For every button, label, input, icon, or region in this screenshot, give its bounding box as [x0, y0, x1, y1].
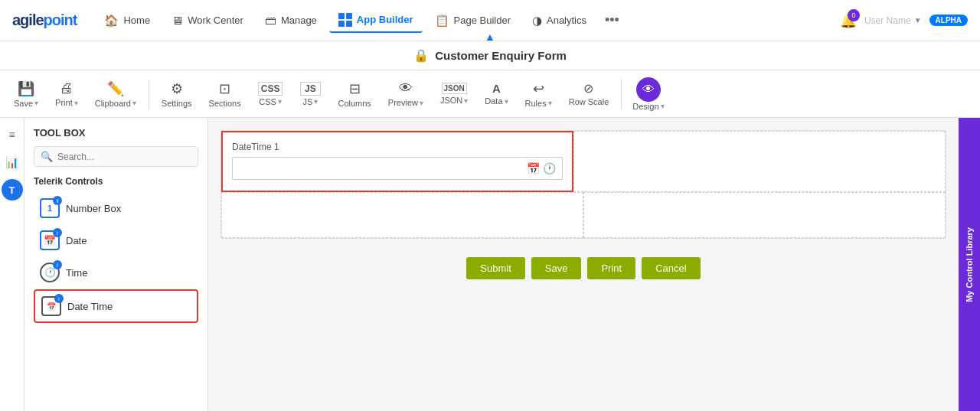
toolbar-divider-2	[621, 79, 622, 109]
nav-manage[interactable]: 🗃 Manage	[256, 9, 326, 31]
user-menu[interactable]: User Name ▼	[864, 15, 922, 26]
empty-cell-3	[583, 192, 946, 238]
clipboard-label: Clipboard ▾	[95, 99, 136, 108]
collapse-arrow[interactable]: ▲	[485, 31, 495, 43]
toolbar-data[interactable]: A Data ▾	[477, 79, 515, 109]
toolbar-divider-1	[149, 79, 149, 109]
nav-page-builder-label: Page Builder	[454, 15, 511, 26]
nav-app-builder[interactable]: App Builder	[329, 8, 423, 33]
form-actions: Submit Save Print Cancel	[220, 245, 946, 292]
canvas-area: DateTime 1 📅 🕐 Submit	[208, 118, 959, 411]
js-label: JS ▾	[303, 97, 318, 106]
empty-cell-2	[221, 192, 583, 238]
datetime-input-icons: 📅 🕐	[527, 162, 556, 175]
toolbar-settings[interactable]: ⚙ Settings	[154, 77, 200, 111]
right-sidebar[interactable]: My Control Library	[959, 118, 980, 411]
save-label: Save ▾	[14, 99, 38, 108]
left-icon-chart[interactable]: 📊	[2, 152, 23, 173]
notification-bell[interactable]: 🔔 0	[840, 12, 857, 29]
sections-label: Sections	[209, 99, 241, 108]
toolbar-preview[interactable]: 👁 Preview ▾	[381, 77, 431, 110]
clock-icon[interactable]: 🕐	[543, 162, 556, 175]
nav-app-builder-label: App Builder	[357, 14, 413, 25]
sections-icon: ⊡	[219, 80, 230, 97]
analytics-icon: ◑	[532, 14, 542, 28]
save-button[interactable]: Save	[531, 257, 582, 279]
data-label: Data ▾	[485, 96, 508, 106]
columns-label: Columns	[338, 99, 371, 108]
search-icon: 🔍	[41, 151, 53, 162]
form-title-bar: 🔒 Customer Enquiry Form	[413, 48, 567, 63]
nav-home-label: Home	[123, 15, 150, 26]
logo: agilepoint	[12, 11, 77, 29]
app-builder-icon	[338, 13, 352, 27]
toolbar-design[interactable]: 👁 Design▾	[632, 77, 664, 111]
nav-work-center-label: Work Center	[188, 15, 243, 26]
datetime-label: Date Time	[67, 301, 113, 312]
header-bar: ▲ 🔒 Customer Enquiry Form	[0, 41, 980, 70]
work-center-icon: 🖥	[172, 14, 183, 27]
toolbar-clipboard[interactable]: ✏️ Clipboard ▾	[87, 77, 144, 111]
print-label: Print ▾	[55, 98, 78, 107]
search-input[interactable]	[57, 152, 191, 162]
rules-icon: ↩	[533, 80, 544, 97]
design-label: Design▾	[632, 102, 664, 111]
nav-analytics[interactable]: ◑ Analytics	[523, 9, 596, 32]
alpha-badge: ALPHA	[929, 15, 968, 26]
nav-work-center[interactable]: 🖥 Work Center	[162, 9, 253, 31]
left-icon-list[interactable]: ≡	[2, 124, 23, 145]
form-title: Customer Enquiry Form	[435, 49, 567, 62]
tool-number-box[interactable]: 1 i Number Box	[34, 193, 198, 223]
toolbar-json[interactable]: JSON JSON ▾	[433, 80, 475, 108]
tool-date[interactable]: 📅 i Date	[34, 225, 198, 256]
number-box-label: Number Box	[66, 203, 121, 214]
toolbar-row-scale[interactable]: ⊘ Row Scale	[561, 78, 617, 109]
clipboard-icon: ✏️	[107, 80, 124, 97]
calendar-icon[interactable]: 📅	[527, 162, 540, 175]
toolbar-columns[interactable]: ⊟ Columns	[330, 77, 378, 111]
section-title: Telerik Controls	[34, 176, 198, 187]
nav-right: 🔔 0 User Name ▼ ALPHA	[840, 12, 968, 29]
main-layout: ≡ 📊 T TOOL BOX 🔍 Telerik Controls 1 i Nu…	[0, 118, 980, 411]
home-icon: 🏠	[104, 14, 119, 28]
data-icon: A	[492, 82, 501, 95]
js-icon: JS	[300, 82, 321, 96]
row-scale-label: Row Scale	[569, 97, 609, 106]
time-icon: 🕐 i	[40, 263, 60, 282]
chevron-down-icon: ▼	[914, 16, 922, 24]
json-label: JSON ▾	[440, 96, 468, 105]
cancel-button[interactable]: Cancel	[642, 257, 700, 279]
time-label: Time	[66, 267, 87, 279]
toolbar: 💾 Save ▾ 🖨 Print ▾ ✏️ Clipboard ▾ ⚙ Sett…	[0, 70, 980, 118]
print-button[interactable]: Print	[587, 257, 635, 279]
datetime-field-cell[interactable]: DateTime 1 📅 🕐	[221, 131, 573, 192]
nav-page-builder[interactable]: 📋 Page Builder	[426, 9, 520, 32]
toolbox-panel: TOOL BOX 🔍 Telerik Controls 1 i Number B…	[24, 118, 208, 411]
right-sidebar-label: My Control Library	[965, 227, 974, 302]
submit-button[interactable]: Submit	[466, 257, 524, 279]
toolbar-css[interactable]: CSS CSS ▾	[250, 79, 291, 109]
columns-icon: ⊟	[349, 80, 361, 97]
nav-more[interactable]: •••	[599, 8, 626, 33]
toolbar-print[interactable]: 🖨 Print ▾	[47, 77, 86, 110]
toolbar-rules[interactable]: ↩ Rules ▾	[518, 77, 560, 111]
nav-home[interactable]: 🏠 Home	[95, 9, 159, 32]
css-icon: CSS	[258, 82, 283, 96]
design-icon: 👁	[636, 77, 661, 102]
nav-items: 🏠 Home 🖥 Work Center 🗃 Manage App Builde…	[95, 8, 834, 33]
empty-cell-1	[573, 131, 946, 192]
datetime-icon: 📅 i	[41, 296, 61, 316]
form-container: DateTime 1 📅 🕐	[220, 130, 946, 239]
preview-label: Preview ▾	[388, 98, 423, 107]
nav-analytics-label: Analytics	[547, 15, 586, 26]
json-icon: JSON	[442, 83, 467, 94]
date-icon: 📅 i	[40, 230, 60, 250]
toolbar-save[interactable]: 💾 Save ▾	[6, 77, 46, 111]
toolbar-sections[interactable]: ⊡ Sections	[201, 77, 249, 111]
tool-date-time[interactable]: 📅 i Date Time	[34, 289, 198, 323]
toolbar-js[interactable]: JS JS ▾	[292, 79, 328, 109]
datetime-field-input[interactable]: 📅 🕐	[232, 157, 563, 180]
tool-time[interactable]: 🕐 i Time	[34, 257, 198, 288]
left-icon-t[interactable]: T	[2, 179, 23, 201]
left-icon-bar: ≡ 📊 T	[0, 118, 24, 411]
